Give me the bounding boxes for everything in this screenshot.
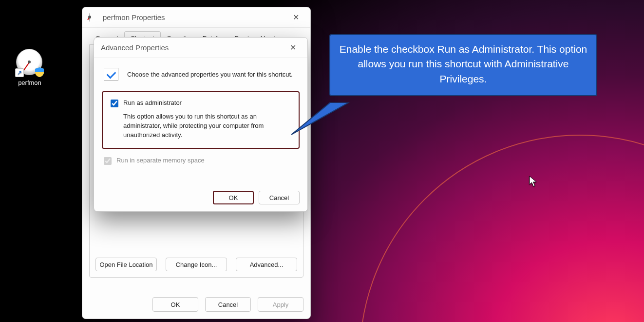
separate-memory-checkbox: [104, 157, 112, 165]
mouse-cursor-icon: [529, 176, 538, 187]
properties-ok-button[interactable]: OK: [152, 297, 198, 312]
run-as-admin-description: This option allows you to run this short…: [123, 112, 291, 140]
run-as-admin-group: Run as administrator This option allows …: [102, 91, 300, 149]
properties-apply-button: Apply: [258, 297, 303, 312]
advanced-ok-button[interactable]: OK: [213, 191, 254, 204]
annotation-text: Enable the checkbox Run as Administrator…: [329, 34, 597, 96]
uac-shield-icon: [34, 66, 45, 78]
shortcut-overlay-icon: ↗: [15, 68, 24, 77]
run-as-admin-checkbox[interactable]: [111, 100, 118, 107]
advanced-cancel-button[interactable]: Cancel: [259, 191, 300, 204]
desktop-shortcut-perfmon[interactable]: ↗ perfmon: [11, 49, 49, 86]
properties-title: perfmon Properties: [103, 13, 165, 21]
properties-cancel-button[interactable]: Cancel: [205, 297, 251, 312]
properties-close-button[interactable]: ✕: [286, 10, 305, 25]
separate-memory-checkbox-row: Run in separate memory space: [104, 157, 299, 165]
advanced-properties-dialog: Advanced Properties ✕ Choose the advance…: [94, 37, 308, 212]
perfmon-icon: ↗: [16, 49, 43, 76]
separate-memory-label: Run in separate memory space: [116, 157, 205, 164]
advanced-close-button[interactable]: ✕: [283, 40, 303, 55]
properties-titlebar[interactable]: perfmon Properties ✕: [82, 7, 310, 28]
change-icon-button[interactable]: Change Icon...: [166, 258, 227, 271]
desktop-shortcut-label: perfmon: [11, 79, 49, 86]
annotation-callout: Enable the checkbox Run as Administrator…: [329, 34, 597, 96]
advanced-intro-text: Choose the advanced properties you want …: [127, 71, 293, 78]
advanced-titlebar[interactable]: Advanced Properties ✕: [94, 38, 307, 58]
perfmon-title-icon: [89, 13, 98, 22]
checkmark-decor-icon: [104, 68, 118, 80]
advanced-title: Advanced Properties: [101, 43, 169, 52]
open-file-location-button[interactable]: Open File Location: [95, 258, 157, 271]
advanced-button[interactable]: Advanced...: [236, 258, 297, 271]
run-as-admin-label: Run as administrator: [123, 99, 182, 106]
svg-marker-0: [291, 102, 349, 135]
run-as-admin-checkbox-row[interactable]: Run as administrator: [111, 99, 291, 107]
